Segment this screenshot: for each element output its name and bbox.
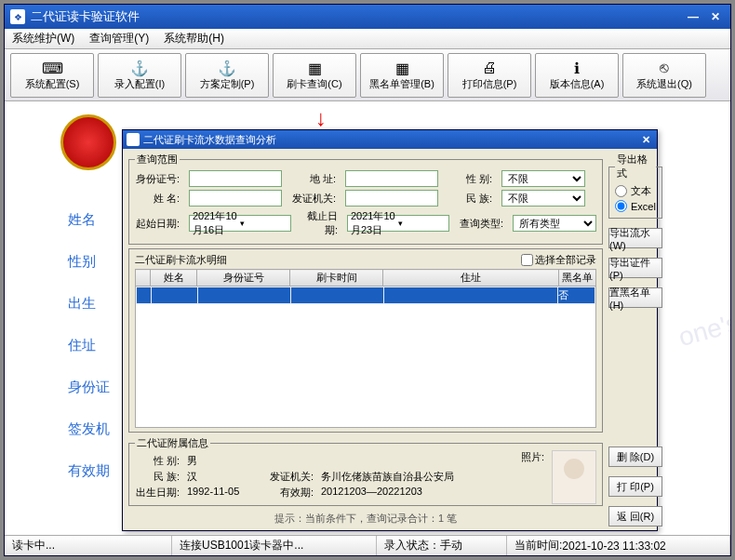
checkbox-select-all[interactable]: 选择全部记录: [521, 253, 596, 267]
radio-export-text[interactable]: 文本: [615, 184, 656, 198]
label-enddate: 截止日期:: [301, 209, 338, 237]
watermark: one's: [675, 308, 730, 353]
menu-help[interactable]: 系统帮助(H): [164, 31, 224, 47]
toolbar-blacklist[interactable]: ▦黑名单管理(B): [360, 53, 444, 98]
toolbar-version[interactable]: ℹ版本信息(A): [535, 53, 619, 98]
close-button[interactable]: ✕: [706, 8, 725, 25]
col-blacklist[interactable]: 黑名单: [559, 270, 596, 287]
enddate-value: 2021年10月23日: [351, 209, 398, 237]
print-button[interactable]: 打 印(P): [608, 476, 662, 497]
blacklist-label: 黑名单管理(B): [369, 77, 434, 91]
chevron-down-icon: ▾: [240, 219, 287, 228]
input-idno[interactable]: [189, 170, 282, 187]
label-qtype: 查询类型:: [459, 217, 503, 231]
set-blacklist-button[interactable]: 置黑名单(H): [608, 287, 662, 308]
label-ethnic: 民 族:: [448, 192, 492, 206]
national-emblem-icon: [60, 114, 116, 170]
cell-address: [384, 287, 558, 304]
photo-preview: [552, 450, 596, 504]
export-legend: 导出格式: [615, 153, 656, 180]
select-qtype[interactable]: 所有类型: [513, 215, 596, 232]
export-cert-button[interactable]: 导出证件(P): [608, 258, 662, 278]
dialog-title: 二代证刷卡流水数据查询分析: [143, 133, 276, 147]
chevron-down-icon: ▾: [398, 219, 446, 228]
status-time: 当前时间:2021-10-23 11:33:02: [507, 536, 730, 555]
grid-legend: 二代证刷卡流水明细: [135, 253, 521, 267]
cell-blacklist: 否: [558, 287, 595, 304]
version-label: 版本信息(A): [550, 77, 605, 91]
menu-query[interactable]: 查询管理(Y): [89, 31, 149, 47]
statusbar: 读卡中... 连接USB1001读卡器中... 录入状态：手动 当前时间:202…: [5, 535, 730, 555]
toolbar-plan[interactable]: ⚓方案定制(P): [185, 53, 269, 98]
detail-group: 二代证附属信息 性 别: 男 民 族: 汉 发证机关: 务川仡佬族苗族自治县公安…: [128, 436, 603, 506]
table-row[interactable]: 否: [137, 287, 595, 304]
dialog-hint: 提示：当前条件下，查询记录合计：1 笔: [128, 510, 603, 527]
dialog-icon: [127, 133, 140, 146]
datepicker-end[interactable]: 2021年10月23日▾: [347, 215, 449, 232]
toolbar-sysconfig[interactable]: ⌨系统配置(S): [10, 53, 94, 98]
datepicker-start[interactable]: 2021年10月16日▾: [189, 215, 291, 232]
detail-birth: 1992-11-05: [187, 486, 261, 500]
toolbar-print[interactable]: 🖨打印信息(P): [448, 53, 531, 98]
grid-body[interactable]: 否: [135, 287, 596, 428]
col-swipetime[interactable]: 刷卡时间: [290, 270, 383, 287]
export-format-group: 导出格式 文本 Excel: [608, 153, 662, 219]
bg-label-valid: 有效期: [68, 462, 110, 480]
col-name[interactable]: 姓名: [151, 270, 197, 287]
return-button[interactable]: 返 回(R): [608, 506, 662, 527]
dialog-close-button[interactable]: ✕: [638, 134, 653, 146]
bg-label-name: 姓名: [68, 211, 110, 229]
bg-label-idno: 身份证: [68, 379, 110, 396]
menubar: 系统维护(W) 查询管理(Y) 系统帮助(H): [5, 29, 730, 49]
toolbar-exit[interactable]: ⎋系统退出(Q): [622, 53, 706, 98]
select-ethnic[interactable]: 不限: [501, 190, 585, 207]
detail-ethnic: 汉: [187, 470, 261, 484]
cardquery-label: 刷卡查询(C): [287, 77, 341, 91]
export-text-label: 文本: [631, 184, 651, 198]
input-issuer[interactable]: [345, 190, 438, 207]
bg-label-issuer: 签发机: [68, 420, 110, 438]
col-address[interactable]: 住址: [383, 270, 559, 287]
select-gender[interactable]: 不限: [501, 170, 585, 187]
toolbar-importconfig[interactable]: ⚓录入配置(I): [98, 53, 181, 98]
bg-label-address: 住址: [68, 337, 110, 354]
export-flow-button[interactable]: 导出流水(W): [608, 228, 662, 248]
exit-label: 系统退出(Q): [636, 77, 692, 91]
status-mode: 录入状态：手动: [377, 536, 507, 555]
background-labels: 姓名 性别 出生 住址 身份证 签发机 有效期: [68, 211, 110, 480]
radio-export-excel[interactable]: Excel: [615, 200, 656, 212]
export-excel-label: Excel: [631, 201, 656, 212]
importconfig-label: 录入配置(I): [114, 77, 165, 91]
cell-name: [152, 287, 198, 304]
col-checkbox: [136, 270, 151, 287]
printer-icon: 🖨: [480, 59, 499, 77]
query-range-group: 查询范围 身份证号: 地 址: 性 别: 不限 姓 名:: [128, 153, 603, 245]
detail-legend: 二代证附属信息: [135, 436, 210, 450]
radio-excel[interactable]: [615, 200, 627, 212]
cell-swipetime: [291, 287, 384, 304]
col-idno[interactable]: 身份证号: [197, 270, 290, 287]
label-issuer: 发证机关:: [291, 192, 336, 206]
cell-idno: [198, 287, 291, 304]
arrow-down-icon: ↓: [315, 105, 327, 131]
toolbar-cardquery[interactable]: ▦刷卡查询(C): [273, 53, 356, 98]
select-all-label: 选择全部记录: [535, 253, 596, 267]
minimize-button[interactable]: —: [684, 8, 702, 25]
anchor-icon: ⚓: [130, 59, 149, 77]
label-startdate: 起始日期:: [135, 217, 180, 231]
spreadsheet-icon: ▦: [393, 59, 411, 77]
radio-text[interactable]: [615, 185, 627, 197]
query-range-legend: 查询范围: [135, 153, 180, 167]
label-detail-valid: 有效期:: [269, 486, 314, 500]
label-addr: 地 址:: [291, 172, 336, 186]
label-detail-issuer: 发证机关:: [269, 470, 314, 484]
input-name[interactable]: [189, 190, 282, 207]
anchor-icon: ⚓: [218, 59, 236, 77]
delete-button[interactable]: 删 除(D): [608, 447, 662, 467]
select-all-checkbox[interactable]: [521, 254, 533, 266]
flow-grid-group: 二代证刷卡流水明细 选择全部记录 姓名 身份证号 刷卡时间 住址 黑名单: [128, 248, 603, 433]
menu-maintain[interactable]: 系统维护(W): [12, 31, 74, 47]
print-label: 打印信息(P): [462, 77, 517, 91]
input-addr[interactable]: [345, 170, 438, 187]
exit-icon: ⎋: [655, 59, 674, 77]
